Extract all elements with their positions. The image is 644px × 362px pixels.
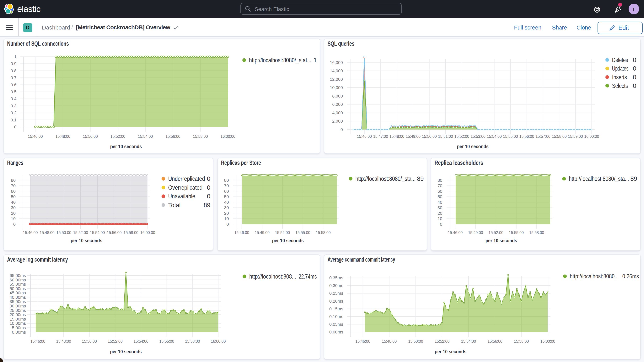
svg-text:15:48:00: 15:48:00 — [56, 339, 71, 344]
svg-text:15:46:00: 15:46:00 — [357, 134, 372, 139]
svg-text:http://localhost:8080/_sta...: http://localhost:8080/_sta... — [355, 176, 416, 182]
svg-text:15:55:00: 15:55:00 — [503, 134, 518, 139]
svg-text:10: 10 — [11, 216, 16, 221]
svg-text:20: 20 — [11, 211, 16, 216]
svg-text:15:50:00: 15:50:00 — [56, 230, 71, 235]
svg-text:45.00ms: 45.00ms — [10, 290, 26, 295]
svg-text:0: 0 — [340, 127, 343, 132]
svg-text:0.8: 0.8 — [10, 68, 16, 73]
svg-text:Ranges: Ranges — [7, 160, 23, 166]
svg-text:50.00ms: 50.00ms — [10, 286, 26, 291]
svg-text:15:50:00: 15:50:00 — [422, 134, 437, 139]
svg-text:http://localhost:8080...: http://localhost:8080... — [570, 273, 619, 280]
svg-text:0: 0 — [633, 57, 636, 64]
svg-text:15:49:00: 15:49:00 — [406, 134, 420, 139]
svg-text:15:46:00: 15:46:00 — [30, 339, 45, 344]
svg-text:Average command commit latency: Average command commit latency — [328, 256, 395, 263]
svg-text:0.9: 0.9 — [10, 61, 16, 66]
svg-text:15:48:00: 15:48:00 — [382, 339, 396, 344]
svg-text:15:56:00: 15:56:00 — [519, 134, 534, 139]
svg-text:50: 50 — [224, 194, 229, 199]
svg-text:80: 80 — [438, 178, 442, 183]
svg-text:0: 0 — [207, 193, 210, 200]
svg-text:15:54:00: 15:54:00 — [138, 134, 153, 139]
svg-text:15:52:00: 15:52:00 — [488, 230, 503, 235]
svg-text:15:50:00: 15:50:00 — [83, 134, 98, 139]
svg-text:70: 70 — [11, 183, 16, 188]
svg-text:30: 30 — [11, 205, 16, 210]
svg-text:55.00ms: 55.00ms — [10, 282, 26, 287]
svg-text:0: 0 — [14, 124, 16, 129]
svg-text:15:56:00: 15:56:00 — [107, 230, 122, 235]
svg-text:Deletes: Deletes — [612, 57, 628, 64]
svg-text:Updates: Updates — [612, 65, 628, 72]
svg-text:15:52:00: 15:52:00 — [275, 230, 290, 235]
svg-text:1: 1 — [14, 54, 16, 59]
svg-text:15:58:00: 15:58:00 — [552, 134, 567, 139]
svg-text:15:46:00: 15:46:00 — [28, 134, 42, 139]
svg-text:http://localhost:8080/_sta...: http://localhost:8080/_sta... — [569, 176, 629, 182]
svg-text:Unavailable: Unavailable — [168, 193, 195, 200]
svg-text:http://localhost:8080/_stat...: http://localhost:8080/_stat... — [249, 57, 311, 64]
svg-text:15:57:00: 15:57:00 — [536, 134, 550, 139]
svg-text:50: 50 — [11, 194, 16, 199]
svg-text:Underreplicated: Underreplicated — [168, 176, 205, 182]
svg-text:0.26ms: 0.26ms — [622, 273, 639, 280]
svg-text:10: 10 — [438, 216, 442, 221]
svg-text:0.00ms: 0.00ms — [329, 330, 343, 334]
svg-text:0.15ms: 0.15ms — [329, 306, 343, 311]
svg-text:http://localhost:808...: http://localhost:808... — [249, 273, 296, 280]
svg-text:15:55:00: 15:55:00 — [296, 230, 310, 235]
svg-text:16:00:00: 16:00:00 — [140, 230, 155, 235]
svg-text:16:00:00: 16:00:00 — [211, 339, 226, 344]
svg-text:50: 50 — [438, 194, 442, 199]
svg-text:15:55:00: 15:55:00 — [509, 230, 524, 235]
svg-text:60.00ms: 60.00ms — [10, 278, 26, 282]
svg-text:70: 70 — [438, 183, 442, 188]
svg-text:25.00ms: 25.00ms — [10, 308, 26, 313]
svg-text:15:56:00: 15:56:00 — [166, 134, 180, 139]
svg-text:0: 0 — [440, 222, 442, 227]
svg-text:16:00:00: 16:00:00 — [540, 339, 555, 344]
svg-text:89: 89 — [630, 176, 637, 182]
svg-text:8,000: 8,000 — [332, 94, 343, 98]
svg-text:SQL queries: SQL queries — [328, 40, 354, 47]
svg-text:0.20ms: 0.20ms — [329, 298, 343, 304]
svg-text:16:00:00: 16:00:00 — [220, 134, 235, 139]
svg-text:0: 0 — [226, 222, 229, 227]
svg-text:20.00ms: 20.00ms — [10, 312, 26, 317]
svg-text:30: 30 — [224, 205, 229, 210]
svg-text:35.00ms: 35.00ms — [10, 299, 26, 304]
svg-text:0: 0 — [207, 176, 210, 182]
svg-text:per 10 seconds: per 10 seconds — [457, 144, 488, 150]
svg-text:15:58:00: 15:58:00 — [316, 230, 330, 235]
svg-text:20: 20 — [224, 211, 229, 216]
svg-text:15:58:00: 15:58:00 — [514, 339, 529, 344]
svg-text:per 10 seconds: per 10 seconds — [110, 144, 142, 150]
svg-text:per 10 seconds: per 10 seconds — [110, 349, 142, 354]
svg-text:0.35ms: 0.35ms — [329, 276, 343, 280]
svg-text:40: 40 — [11, 200, 16, 205]
svg-text:15:51:00: 15:51:00 — [438, 134, 453, 139]
svg-text:15:54:00: 15:54:00 — [90, 230, 105, 235]
svg-text:15:48:00: 15:48:00 — [390, 134, 404, 139]
svg-text:30: 30 — [438, 205, 442, 210]
svg-text:10.00ms: 10.00ms — [10, 321, 26, 326]
svg-text:30.00ms: 30.00ms — [10, 304, 26, 308]
svg-text:15:46:00: 15:46:00 — [448, 230, 462, 235]
svg-text:1: 1 — [313, 57, 317, 64]
svg-text:15:56:00: 15:56:00 — [488, 339, 502, 344]
svg-text:15:48:00: 15:48:00 — [55, 134, 70, 139]
svg-text:0.00ms: 0.00ms — [12, 330, 26, 334]
svg-text:0.4: 0.4 — [10, 96, 16, 101]
svg-text:15:58:00: 15:58:00 — [124, 230, 138, 235]
svg-text:15:54:00: 15:54:00 — [461, 339, 476, 344]
svg-text:0.2: 0.2 — [10, 110, 16, 115]
svg-text:60: 60 — [224, 189, 229, 194]
svg-text:0: 0 — [633, 82, 636, 89]
svg-text:15:47:00: 15:47:00 — [373, 134, 388, 139]
svg-text:15.00ms: 15.00ms — [10, 316, 26, 321]
svg-text:Replica leaseholders: Replica leaseholders — [434, 160, 483, 166]
svg-text:Total: Total — [168, 202, 180, 208]
svg-text:0.30ms: 0.30ms — [329, 283, 343, 288]
